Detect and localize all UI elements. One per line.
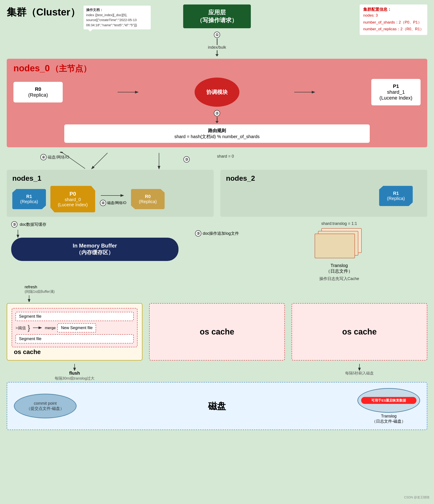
commit-point-section: commit point （提交点文件-磁盘） bbox=[14, 394, 77, 418]
os-cache-right: os cache bbox=[292, 303, 427, 360]
doc-write-cache-label: doc数据写缓存 bbox=[20, 222, 46, 227]
memory-buffer-box: In Memory Buffer （内存缓存区） bbox=[11, 238, 178, 261]
os-cache-label-right: os cache bbox=[342, 327, 377, 336]
doc-log-section: ③ doc操作追加log文件 bbox=[192, 221, 242, 236]
os-cache-inner-left: Segment file >阈值 } merge New Segment fil… bbox=[12, 308, 138, 347]
disk-label: 磁盘 bbox=[208, 400, 226, 412]
cluster-title: 集群（Cluster） 操作文档： index {[test_index][_d… bbox=[7, 4, 151, 29]
operation-doc: 操作文档： index {[test_index][_doc][5], sour… bbox=[84, 6, 151, 29]
os-cache-outer-left: Segment file >阈值 } merge New Segment fil… bbox=[7, 303, 142, 360]
threshold-label: >阈值 bbox=[16, 325, 26, 331]
translog-label: Translog （日志文件） bbox=[326, 263, 353, 274]
circle2-badge: ② bbox=[214, 110, 220, 116]
p1-box: P1 shard_1 (Lucene Index) bbox=[371, 79, 421, 105]
circle3-mem: ③ bbox=[11, 221, 17, 228]
r1-blue-box: R1 (Replica) bbox=[12, 189, 46, 209]
p0-sub2: (Lucene Index) bbox=[57, 202, 89, 207]
flush-sub-left: 每隔30m或translog过大 bbox=[55, 376, 95, 381]
cluster-label: 集群（Cluster） bbox=[7, 6, 80, 19]
os-cache-label-left: os cache bbox=[12, 348, 138, 356]
refresh-section: refresh (间隔1s或Buffer满) bbox=[7, 285, 427, 302]
config-title: 集群配置信息： bbox=[363, 7, 424, 12]
translog-disk-label: Translog （日志文件-磁盘） bbox=[357, 414, 420, 424]
r0-sub: (Replica) bbox=[21, 92, 55, 98]
mem-buf-line2: （内存缓存区） bbox=[18, 249, 172, 256]
p0-sub: shard_0 bbox=[57, 197, 89, 202]
disk-section: commit point （提交点文件-磁盘） 磁盘 可用于ES重启恢复数据 T… bbox=[7, 382, 427, 430]
routing-formula: shard = hash(文档id) % number_of_shards bbox=[73, 134, 361, 140]
index-bulk-label: index/bulk bbox=[208, 45, 226, 50]
routing-label: 路由规则 bbox=[73, 127, 361, 134]
refresh-arrow bbox=[25, 294, 34, 302]
inter-node-arrows: shard = 0 ③ ④ 磁盘/网络IO bbox=[7, 152, 427, 170]
write-cache-label: 操作日志先写入Cache bbox=[319, 276, 359, 281]
r1-right-box: R1 (Replica) bbox=[379, 186, 413, 206]
segment-file-1: Segment file bbox=[16, 312, 134, 321]
app-arrow-section: ① index/bulk bbox=[7, 32, 427, 55]
mem-buf-line1: In Memory Buffer bbox=[18, 243, 172, 249]
refresh-sub: (间隔1s或Buffer满) bbox=[25, 289, 55, 294]
nodes1-title: nodes_1 bbox=[12, 174, 208, 182]
arrow-r0-coord bbox=[115, 85, 142, 99]
translog-disk-section: 可用于ES重启恢复数据 Translog （日志文件-磁盘） bbox=[357, 388, 420, 424]
routing-section: ② 路由规则 shard = hash(文档id) % number_of_sh… bbox=[13, 110, 421, 143]
nodes12-row: nodes_1 R1 (Replica) P0 shard_0 (Lucene … bbox=[7, 170, 427, 217]
flush-row: flush 每隔30m或translog过大 每隔5秒刷入磁盘 bbox=[7, 363, 427, 381]
csdn-watermark: CSDN @老王睛睛 bbox=[404, 495, 430, 500]
translog-page-3 bbox=[315, 234, 355, 258]
op-doc-label: 操作文档： bbox=[86, 8, 103, 12]
app-layer-line2: （写操作请求） bbox=[197, 16, 237, 24]
os-cache-row: Segment file >阈值 } merge New Segment fil… bbox=[7, 303, 427, 360]
r1-right-sub: (Replica) bbox=[385, 196, 407, 201]
config-shards: number_of_shards：2（P0、P1） bbox=[363, 19, 424, 26]
vline-1 bbox=[217, 38, 217, 45]
nodes2-container: nodes_2 R1 (Replica) bbox=[220, 170, 427, 217]
circle1-badge: ① bbox=[214, 32, 220, 38]
p1-label: P1 bbox=[379, 83, 413, 89]
doc-add-log: doc操作追加log文件 bbox=[203, 231, 239, 236]
translog-section: shard:translog = 1:1 Translog （日志文件） 操作日… bbox=[256, 221, 423, 281]
nodes0-container: nodes_0 （主节点） R0 (Replica) 协调模块 bbox=[7, 59, 427, 147]
svg-line-2 bbox=[92, 153, 107, 169]
disk-inner: commit point （提交点文件-磁盘） 磁盘 可用于ES重启恢复数据 T… bbox=[14, 388, 420, 424]
r0-replica-box: R0 (Replica) bbox=[13, 82, 63, 102]
r1-right-label: R1 bbox=[385, 191, 407, 196]
memory-translog-section: ③ doc数据写缓存 In Memory Buffer （内存缓存区） ③ do… bbox=[7, 221, 427, 281]
brace-symbol: } bbox=[28, 324, 30, 332]
red-badge: 可用于ES重启恢复数据 bbox=[361, 397, 417, 404]
p1-sub2: (Lucene Index) bbox=[379, 95, 413, 101]
node-arrows-svg bbox=[7, 152, 427, 170]
translog-disk-ellipse: 可用于ES重启恢复数据 bbox=[357, 388, 420, 413]
p0-box: P0 shard_0 (Lucene Index) bbox=[50, 186, 95, 212]
config-nodes: nodes: 3 bbox=[363, 12, 424, 19]
merge-label: merge bbox=[45, 326, 56, 330]
os-cache-center: os cache bbox=[149, 303, 285, 360]
p1-sub: shard_1 bbox=[379, 89, 413, 95]
r0-label: R0 bbox=[21, 86, 55, 92]
vline-2 bbox=[217, 50, 217, 55]
nodes1-container: nodes_1 R1 (Replica) P0 shard_0 (Lucene … bbox=[7, 170, 214, 217]
svg-line-4 bbox=[63, 153, 85, 169]
flush-right: 每隔5秒刷入磁盘 bbox=[292, 363, 427, 376]
r0-orange-box: R0 (Replica) bbox=[131, 189, 165, 209]
r1-blue-label: R1 bbox=[18, 194, 40, 199]
main-container: 集群（Cluster） 操作文档： index {[test_index][_d… bbox=[0, 0, 434, 434]
nodes0-inner: R0 (Replica) 协调模块 P1 shard_1 (Lucene bbox=[13, 78, 421, 107]
p0-label: P0 bbox=[57, 191, 89, 197]
coordinator-label: 协调模块 bbox=[206, 89, 228, 96]
merge-arrow-svg bbox=[32, 325, 43, 331]
app-layer-line1: 应用层 bbox=[197, 9, 237, 16]
os-cache-label-center: os cache bbox=[200, 327, 234, 336]
r0-orange-label: R0 bbox=[137, 194, 158, 199]
arrow4-label: ④ 磁盘/网络IO bbox=[100, 192, 127, 206]
arrow-coord-p1 bbox=[292, 85, 319, 99]
new-segment-box: New Segment file bbox=[57, 323, 96, 333]
op-doc-content: index {[test_index][_doc][5], source[{"c… bbox=[86, 13, 137, 27]
merge-row: >阈值 } merge New Segment file bbox=[16, 323, 134, 333]
nodes0-subtitle: （主节点） bbox=[51, 63, 91, 74]
app-layer-box: 应用层 （写操作请求） bbox=[183, 4, 251, 28]
segment-file-2: Segment file bbox=[16, 334, 134, 343]
arrow4-svg bbox=[100, 192, 127, 199]
flush-left: flush 每隔30m或translog过大 bbox=[7, 363, 142, 381]
nodes2-inner: R1 (Replica) bbox=[226, 186, 422, 206]
